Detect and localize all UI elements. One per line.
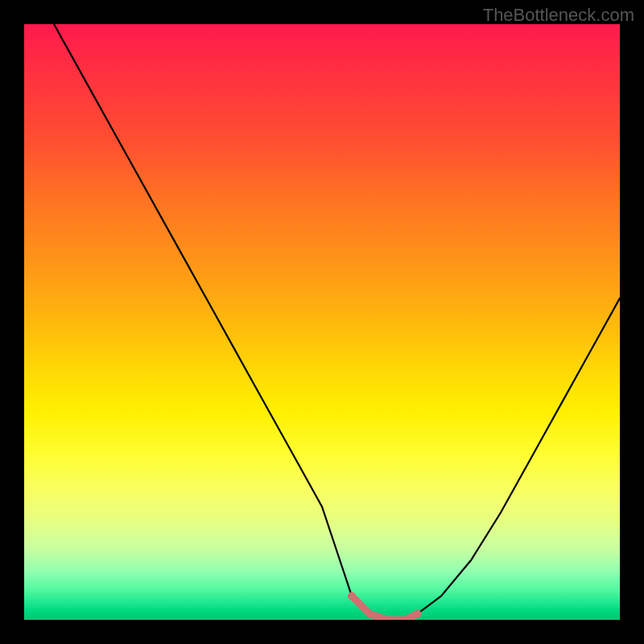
curve-line bbox=[54, 24, 620, 620]
optimal-zone-left-dot bbox=[348, 592, 356, 600]
plot-area bbox=[24, 24, 620, 620]
optimal-zone-right-dot bbox=[413, 610, 421, 618]
chart-container: TheBottleneck.com bbox=[0, 0, 644, 644]
watermark-text: TheBottleneck.com bbox=[483, 5, 634, 26]
bottleneck-curve bbox=[24, 24, 620, 620]
optimal-zone-marker bbox=[352, 596, 417, 620]
